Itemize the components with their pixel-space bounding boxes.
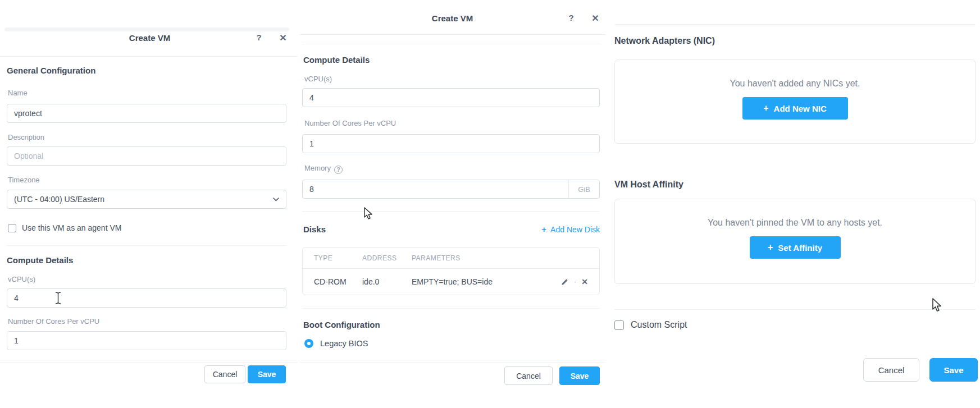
cancel-button[interactable]: Cancel: [863, 358, 919, 382]
name-input[interactable]: [7, 104, 286, 123]
close-icon[interactable]: ✕: [590, 13, 601, 24]
mouse-cursor-arrow: [930, 297, 943, 312]
cores-label: Number Of Cores Per vCPU: [8, 317, 99, 326]
save-button[interactable]: Save: [929, 358, 978, 382]
agent-vm-checkbox[interactable]: [8, 224, 16, 232]
agent-vm-label: Use this VM as an agent VM: [22, 223, 121, 232]
add-new-nic-button[interactable]: + Add New NIC: [742, 97, 848, 120]
legacy-bios-label: Legacy BIOS: [320, 339, 368, 348]
legacy-bios-radio-row[interactable]: Legacy BIOS: [304, 339, 368, 348]
set-affinity-label: Set Affinity: [778, 243, 822, 253]
custom-script-checkbox-row[interactable]: Custom Script: [614, 320, 687, 330]
middle-create-vm-dialog: Create VM ? ✕ Compute Details vCPU(s) Nu…: [299, 0, 605, 408]
add-new-nic-label: Add New NIC: [774, 104, 827, 113]
network-adapters-heading: Network Adapters (NIC): [614, 36, 715, 46]
vcpu-input[interactable]: [302, 88, 600, 107]
timezone-label: Timezone: [8, 176, 40, 184]
header-divider: [0, 56, 298, 57]
memory-unit: GiB: [568, 180, 599, 198]
table-row: CD-ROM ide.0 EMPTY=true; BUS=ide · ✕: [303, 269, 599, 295]
affinity-empty-text: You haven't pinned the VM to any hosts y…: [708, 218, 882, 228]
memory-field: GiB: [302, 180, 600, 199]
edit-pencil-icon[interactable]: [560, 278, 569, 286]
vm-host-affinity-heading: VM Host Affinity: [614, 180, 683, 190]
create-vm-screens: Create VM ? ✕ General Configuration Name…: [0, 0, 980, 408]
add-new-disk-link[interactable]: + Add New Disk: [541, 224, 600, 234]
memory-input[interactable]: [302, 180, 600, 199]
disk-address: ide.0: [362, 277, 412, 286]
vcpu-label: vCPU(s): [8, 275, 35, 283]
memory-label: Memory?: [304, 164, 343, 174]
plus-icon: +: [541, 224, 546, 234]
dialog-title: Create VM: [299, 13, 605, 23]
mouse-cursor-arrow: [362, 207, 375, 220]
clipped-field-edge: [302, 44, 600, 44]
timezone-select[interactable]: (UTC - 04:00) US/Eastern: [7, 190, 286, 209]
dot-separator: ·: [574, 278, 576, 286]
footer-divider: [0, 362, 298, 363]
description-label: Description: [8, 133, 44, 141]
cores-input[interactable]: [7, 331, 286, 350]
disk-type: CD-ROM: [314, 277, 362, 286]
cores-input[interactable]: [302, 134, 600, 153]
left-create-vm-dialog: Create VM ? ✕ General Configuration Name…: [0, 0, 299, 408]
remove-disk-icon[interactable]: ✕: [581, 277, 588, 286]
add-new-disk-label: Add New Disk: [550, 225, 600, 234]
plus-icon: +: [768, 242, 773, 253]
custom-script-label: Custom Script: [631, 320, 687, 330]
save-button[interactable]: Save: [248, 365, 286, 383]
custom-script-checkbox[interactable]: [614, 320, 624, 330]
cancel-button[interactable]: Cancel: [204, 365, 245, 383]
name-label: Name: [8, 89, 28, 97]
vcpu-input[interactable]: [7, 288, 286, 308]
col-address: ADDRESS: [362, 254, 412, 262]
cores-label: Number Of Cores Per vCPU: [304, 119, 396, 127]
disk-row-actions: · ✕: [560, 277, 588, 286]
set-affinity-button[interactable]: + Set Affinity: [750, 236, 841, 259]
nic-empty-box: You haven't added any NICs yet. + Add Ne…: [614, 59, 976, 144]
boot-configuration-heading: Boot Configuration: [303, 320, 380, 329]
help-icon[interactable]: ?: [253, 33, 265, 42]
description-input[interactable]: [7, 146, 286, 166]
save-button[interactable]: Save: [559, 366, 600, 385]
cancel-button[interactable]: Cancel: [504, 366, 553, 385]
compute-details-heading: Compute Details: [303, 55, 370, 65]
compute-details-heading: Compute Details: [7, 255, 73, 265]
disks-heading: Disks: [303, 224, 326, 234]
section-divider: [614, 309, 976, 310]
help-icon[interactable]: ?: [566, 13, 577, 22]
disks-table: TYPE ADDRESS PARAMETERS CD-ROM ide.0 EMP…: [302, 247, 600, 295]
chevron-down-icon: [273, 198, 279, 201]
clipped-section-edge: [614, 24, 976, 25]
memory-label-text: Memory: [304, 164, 331, 172]
close-icon[interactable]: ✕: [277, 33, 289, 43]
general-configuration-heading: General Configuration: [7, 66, 95, 75]
header-divider: [299, 34, 605, 35]
nic-empty-text: You haven't added any NICs yet.: [730, 79, 860, 89]
timezone-value: (UTC - 04:00) US/Eastern: [14, 195, 104, 204]
affinity-empty-box: You haven't pinned the VM to any hosts y…: [614, 199, 976, 284]
plus-icon: +: [763, 103, 768, 113]
radio-selected-icon[interactable]: [304, 339, 313, 348]
disk-parameters: EMPTY=true; BUS=ide: [412, 277, 560, 286]
section-divider: [7, 245, 286, 246]
disks-table-header: TYPE ADDRESS PARAMETERS: [303, 247, 599, 269]
agent-vm-checkbox-row[interactable]: Use this VM as an agent VM: [8, 223, 121, 232]
col-parameters: PARAMETERS: [412, 254, 588, 262]
left-dialog-top-edge: [4, 27, 289, 31]
memory-help-icon[interactable]: ?: [334, 166, 343, 174]
col-type: TYPE: [314, 254, 362, 262]
section-divider: [302, 211, 600, 212]
vcpu-label: vCPU(s): [304, 75, 332, 83]
section-divider: [302, 308, 600, 309]
right-create-vm-panel: Network Adapters (NIC) You haven't added…: [605, 0, 980, 408]
footer-divider: [299, 362, 605, 363]
